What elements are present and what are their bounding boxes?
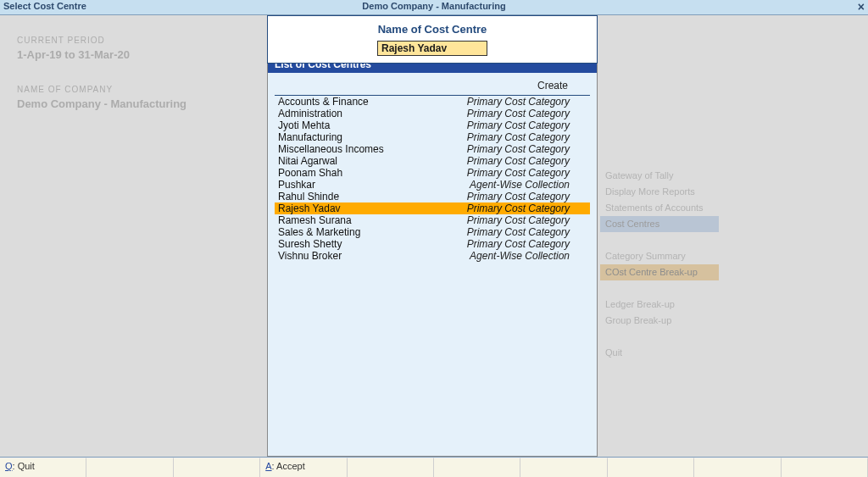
list-item-name: Nitai Agarwal — [278, 155, 337, 167]
button-label: : Quit — [13, 461, 35, 471]
list-item-category: Agent-Wise Collection — [470, 250, 570, 262]
cost-centre-name-input[interactable] — [377, 41, 487, 56]
list-item-name: Accounts & Finance — [278, 96, 369, 108]
list-item-name: Suresh Shetty — [278, 238, 342, 250]
cost-centre-popup: Name of Cost Centre — [267, 15, 598, 64]
close-icon[interactable]: × — [858, 0, 865, 14]
list-item-name: Sales & Marketing — [278, 226, 360, 238]
list-item-name: Administration — [278, 108, 342, 119]
create-link[interactable]: Create — [268, 73, 597, 95]
list-item[interactable]: Nitai AgarwalPrimary Cost Category — [275, 155, 590, 167]
button-key: Q — [5, 461, 13, 471]
list-item[interactable]: Sales & MarketingPrimary Cost Category — [275, 226, 590, 238]
list-item-category: Primary Cost Category — [467, 119, 570, 131]
bottom-button — [86, 458, 173, 477]
bottom-button — [694, 458, 781, 477]
bottom-button[interactable]: A: Accept — [260, 458, 347, 477]
bottom-button — [174, 458, 260, 477]
button-label: : Accept — [272, 461, 305, 471]
bottom-button — [608, 458, 694, 477]
list-item[interactable]: Vishnu BrokerAgent-Wise Collection — [275, 250, 590, 262]
list-item-category: Primary Cost Category — [467, 143, 570, 155]
list-item-name: Vishnu Broker — [278, 250, 342, 262]
list-item-name: Manufacturing — [278, 131, 342, 143]
list-item[interactable]: Suresh ShettyPrimary Cost Category — [275, 238, 590, 250]
button-key: A — [265, 461, 271, 471]
list-item-category: Primary Cost Category — [467, 108, 570, 119]
list-item-name: Poonam Shah — [278, 167, 342, 179]
popup-input-wrap — [268, 41, 597, 63]
window-title-left: Select Cost Centre — [3, 1, 86, 11]
list-item-name: Rajesh Yadav — [278, 202, 341, 214]
list-item[interactable]: Miscellaneous IncomesPrimary Cost Catego… — [275, 143, 590, 155]
bottom-button — [434, 458, 520, 477]
list-item[interactable]: Ramesh SuranaPrimary Cost Category — [275, 214, 590, 226]
list-item-category: Primary Cost Category — [467, 238, 570, 250]
list-item-category: Primary Cost Category — [467, 131, 570, 143]
list-item[interactable]: Accounts & FinancePrimary Cost Category — [275, 96, 590, 108]
list-item-category: Primary Cost Category — [467, 167, 570, 179]
list-item-category: Primary Cost Category — [467, 155, 570, 167]
list-item[interactable]: Rahul ShindePrimary Cost Category — [275, 191, 590, 202]
list-item-category: Primary Cost Category — [467, 96, 570, 108]
bottom-button — [782, 458, 868, 477]
bottom-button[interactable]: Q: Quit — [0, 458, 86, 477]
list-item[interactable]: PushkarAgent-Wise Collection — [275, 179, 590, 191]
list-item[interactable]: Rajesh YadavPrimary Cost Category — [275, 202, 590, 214]
list-item-name: Ramesh Surana — [278, 214, 352, 226]
window-title-center: Demo Company - Manufacturing — [362, 1, 505, 11]
title-bar: Select Cost Centre Demo Company - Manufa… — [0, 0, 868, 15]
list-item[interactable]: ManufacturingPrimary Cost Category — [275, 131, 590, 143]
list-item-category: Primary Cost Category — [467, 202, 570, 214]
bottom-button — [348, 458, 434, 477]
list-item-category: Primary Cost Category — [467, 191, 570, 202]
cost-centre-list-pane: List of Cost Centres Create Accounts & F… — [267, 56, 598, 457]
list-item[interactable]: AdministrationPrimary Cost Category — [275, 108, 590, 119]
bottom-button-bar: Q: Quit A: Accept — [0, 457, 868, 477]
list-item-category: Primary Cost Category — [467, 214, 570, 226]
list-item-name: Rahul Shinde — [278, 191, 339, 202]
list-item[interactable]: Jyoti MehtaPrimary Cost Category — [275, 119, 590, 131]
popup-title: Name of Cost Centre — [268, 16, 597, 41]
bottom-button — [520, 458, 607, 477]
list-item-name: Jyoti Mehta — [278, 119, 330, 131]
list-rows: Accounts & FinancePrimary Cost CategoryA… — [275, 95, 590, 262]
list-item[interactable]: Poonam ShahPrimary Cost Category — [275, 167, 590, 179]
list-item-name: Miscellaneous Incomes — [278, 143, 384, 155]
list-item-name: Pushkar — [278, 179, 315, 191]
list-item-category: Primary Cost Category — [467, 226, 570, 238]
list-item-category: Agent-Wise Collection — [470, 179, 570, 191]
